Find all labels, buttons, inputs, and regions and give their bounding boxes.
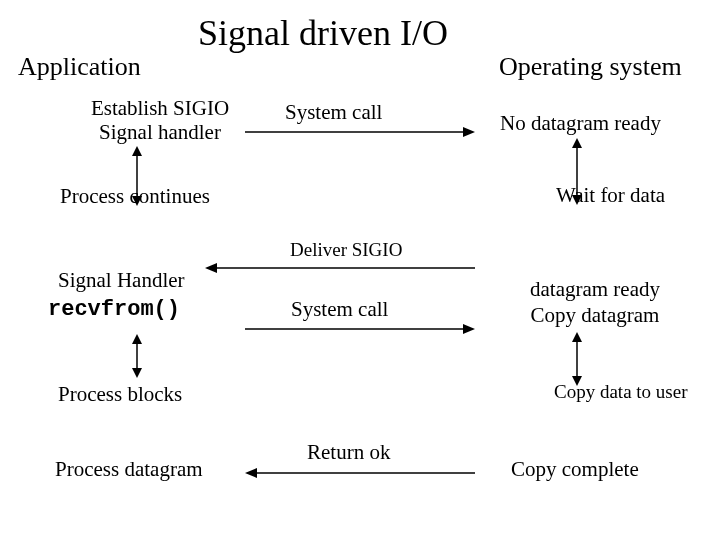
no-datagram-ready: No datagram ready [500,111,661,136]
wait-for-data: Wait for data [556,183,665,208]
system-call-2-label: System call [291,297,388,322]
process-continues: Process continues [60,184,210,209]
arrow-deliver-sigio [205,262,475,274]
application-header: Application [18,52,141,82]
svg-marker-3 [132,146,142,156]
datagram-ready: datagram ready [495,276,695,302]
system-call-1-label: System call [285,100,382,125]
establish-line2: Signal handler [75,120,245,144]
svg-marker-19 [245,468,257,478]
svg-marker-16 [572,332,582,342]
arrow-copy-to-user [570,332,584,386]
svg-marker-6 [572,138,582,148]
process-blocks: Process blocks [58,382,182,407]
os-header: Operating system [499,52,682,82]
return-ok-label: Return ok [307,440,390,465]
copy-data-to-user: Copy data to user [554,381,688,403]
establish-line1: Establish SIGIO [75,96,245,120]
arrow-return-ok [245,467,475,479]
svg-marker-14 [132,368,142,378]
establish-sigio-block: Establish SIGIO Signal handler [75,96,245,144]
svg-marker-13 [132,334,142,344]
arrow-syscall-2 [245,323,475,335]
recvfrom-label: recvfrom() [48,297,180,322]
arrow-process-blocks [130,334,144,378]
datagram-ready-block: datagram ready Copy datagram [495,276,695,329]
svg-marker-9 [205,263,217,273]
deliver-sigio-label: Deliver SIGIO [290,239,402,261]
arrow-syscall-1 [245,126,475,138]
process-datagram: Process datagram [55,457,203,482]
copy-complete: Copy complete [511,457,639,482]
page-title: Signal driven I/O [198,12,448,54]
svg-marker-1 [463,127,475,137]
svg-marker-11 [463,324,475,334]
signal-handler-label: Signal Handler [58,268,185,293]
copy-datagram: Copy datagram [495,302,695,328]
